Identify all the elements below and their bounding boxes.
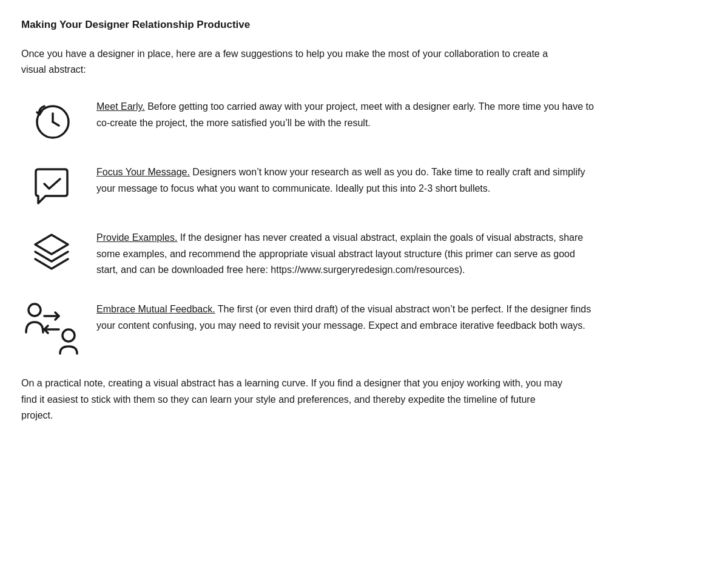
page-title: Making Your Designer Relationship Produc…: [21, 18, 704, 32]
closing-paragraph: On a practical note, creating a visual a…: [21, 376, 567, 423]
tip-row-meet-early: Meet Early. Before getting too carried a…: [21, 96, 704, 145]
tips-container: Meet Early. Before getting too carried a…: [21, 96, 704, 354]
svg-marker-3: [35, 235, 68, 254]
intro-paragraph: Once you have a designer in place, here …: [21, 46, 567, 77]
tip-label-meet-early: Meet Early.: [96, 101, 145, 112]
tip-row-embrace-feedback: Embrace Mutual Feedback. The first (or e…: [21, 299, 704, 354]
tip-label-focus-message: Focus Your Message.: [96, 167, 190, 177]
svg-point-4: [29, 304, 41, 316]
tip-content-provide-examples: Provide Examples. If the designer has ne…: [96, 227, 594, 278]
svg-point-5: [62, 329, 75, 342]
tip-label-provide-examples: Provide Examples.: [96, 232, 177, 243]
tip-content-embrace-feedback: Embrace Mutual Feedback. The first (or e…: [96, 299, 594, 334]
meet-early-icon: [21, 96, 82, 145]
tip-content-meet-early: Meet Early. Before getting too carried a…: [96, 96, 594, 131]
tip-row-provide-examples: Provide Examples. If the designer has ne…: [21, 227, 704, 282]
tip-label-embrace-feedback: Embrace Mutual Feedback.: [96, 304, 215, 314]
svg-line-2: [53, 122, 59, 126]
embrace-feedback-icon: [21, 299, 82, 354]
focus-message-icon: [21, 162, 82, 210]
tip-body-meet-early: Before getting too carried away with you…: [96, 101, 594, 127]
tip-row-focus-message: Focus Your Message. Designers won’t know…: [21, 162, 704, 210]
tip-content-focus-message: Focus Your Message. Designers won’t know…: [96, 162, 594, 197]
provide-examples-icon: [21, 227, 82, 282]
